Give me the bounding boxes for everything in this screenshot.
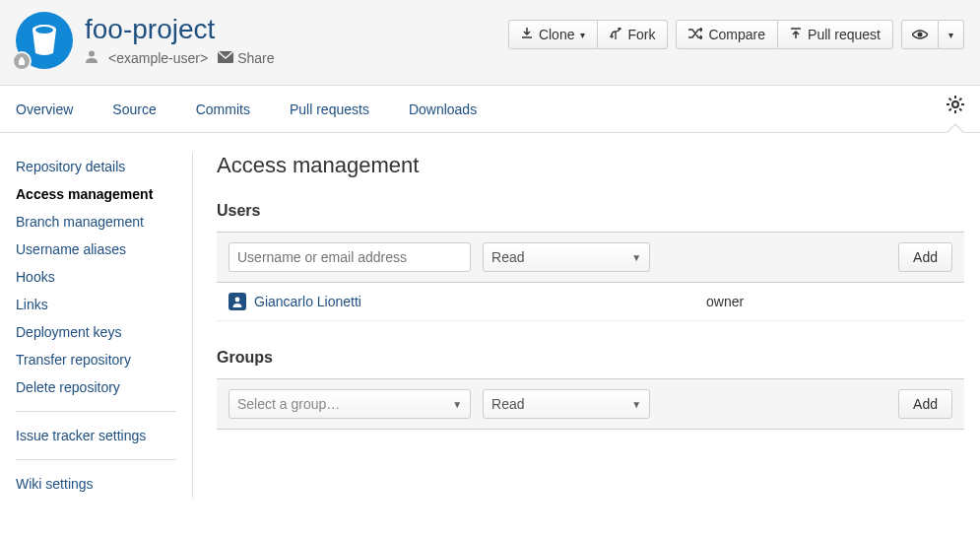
groups-section: Select a group… ▼ Read ▼ Add: [217, 378, 964, 430]
user-name: Giancarlo Lionetti: [254, 294, 361, 309]
header-actions: Clone ▾ Fork Compare Pull request: [508, 20, 964, 49]
repo-header: foo-project <example-user> Share Clone ▾: [0, 0, 980, 86]
svg-point-15: [235, 298, 240, 303]
nav-overview[interactable]: Overview: [16, 88, 73, 131]
repo-avatar: [16, 12, 73, 69]
share-link[interactable]: Share: [218, 50, 274, 66]
svg-point-5: [918, 33, 923, 37]
content: Access management Users Read ▼ Add Gianc…: [193, 153, 964, 498]
add-group-button[interactable]: Add: [898, 389, 952, 419]
svg-point-6: [952, 101, 958, 107]
clone-button[interactable]: Clone ▾: [508, 20, 599, 49]
download-icon: [521, 27, 533, 42]
triangle-down-icon: ▼: [631, 399, 641, 410]
lock-icon: [12, 51, 32, 71]
page-title: Access management: [217, 153, 964, 178]
triangle-down-icon: ▼: [631, 252, 641, 263]
sidebar-links[interactable]: Links: [16, 291, 176, 318]
group-select[interactable]: Select a group… ▼: [229, 389, 471, 419]
sidebar-transfer-repo[interactable]: Transfer repository: [16, 346, 176, 373]
user-link[interactable]: Giancarlo Lionetti: [229, 293, 361, 310]
repo-name[interactable]: foo-project: [85, 14, 275, 45]
svg-point-3: [89, 51, 95, 57]
svg-line-11: [949, 99, 951, 101]
svg-point-2: [35, 27, 53, 34]
repo-title-block: foo-project <example-user> Share: [85, 12, 275, 66]
eye-icon: [912, 27, 928, 42]
sidebar-access-management[interactable]: Access management: [16, 180, 176, 208]
sidebar-repo-details[interactable]: Repository details: [16, 153, 176, 180]
svg-line-14: [959, 99, 961, 101]
gear-icon: [947, 98, 964, 117]
svg-line-13: [949, 108, 951, 110]
mail-icon: [218, 50, 233, 66]
repo-owner[interactable]: <example-user>: [108, 50, 208, 66]
svg-line-12: [959, 108, 961, 110]
shuffle-icon: [688, 27, 702, 42]
users-add-row: Read ▼ Add: [217, 233, 964, 283]
fork-button[interactable]: Fork: [598, 20, 668, 49]
settings-gear[interactable]: [947, 86, 964, 132]
repo-nav: Overview Source Commits Pull requests Do…: [0, 86, 980, 133]
users-heading: Users: [217, 202, 964, 220]
share-label: Share: [237, 50, 274, 66]
upload-icon: [790, 27, 802, 42]
caret-down-icon: ▾: [948, 30, 953, 40]
nav-source[interactable]: Source: [112, 88, 156, 131]
nav-commits[interactable]: Commits: [196, 88, 250, 131]
fork-icon: [610, 27, 621, 42]
user-icon: [85, 49, 98, 66]
watch-button[interactable]: [901, 20, 939, 49]
groups-add-row: Select a group… ▼ Read ▼ Add: [217, 379, 964, 430]
add-user-button[interactable]: Add: [898, 242, 952, 272]
user-row: Giancarlo Lionetti owner: [217, 283, 964, 321]
groups-heading: Groups: [217, 349, 964, 367]
users-section: Read ▼ Add Giancarlo Lionetti owner: [217, 232, 964, 321]
caret-down-icon: ▾: [580, 30, 585, 40]
group-permission-select[interactable]: Read ▼: [483, 389, 650, 419]
sidebar-delete-repo[interactable]: Delete repository: [16, 373, 176, 401]
sidebar-issue-tracker[interactable]: Issue tracker settings: [16, 422, 176, 449]
person-badge-icon: [229, 293, 246, 310]
sidebar-wiki-settings[interactable]: Wiki settings: [16, 470, 176, 498]
sidebar-username-aliases[interactable]: Username aliases: [16, 235, 176, 263]
nav-pull-requests[interactable]: Pull requests: [290, 88, 369, 131]
compare-button[interactable]: Compare: [676, 20, 778, 49]
watch-menu-button[interactable]: ▾: [939, 20, 964, 49]
user-permission-select[interactable]: Read ▼: [483, 242, 650, 272]
sidebar-branch-management[interactable]: Branch management: [16, 208, 176, 235]
user-search-input[interactable]: [229, 242, 471, 272]
triangle-down-icon: ▼: [452, 399, 462, 410]
nav-downloads[interactable]: Downloads: [409, 88, 477, 131]
settings-sidebar: Repository details Access management Bra…: [16, 153, 193, 498]
pull-request-button[interactable]: Pull request: [778, 20, 893, 49]
sidebar-hooks[interactable]: Hooks: [16, 263, 176, 291]
sidebar-deployment-keys[interactable]: Deployment keys: [16, 318, 176, 346]
user-role: owner: [706, 294, 903, 309]
